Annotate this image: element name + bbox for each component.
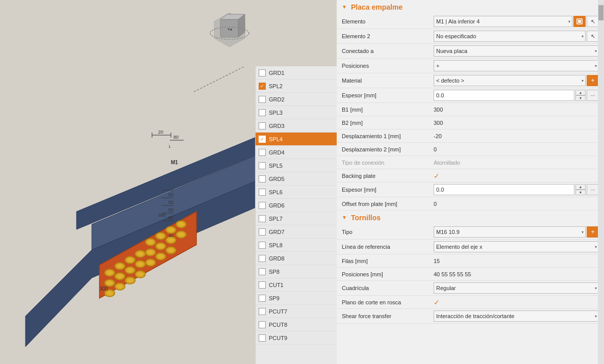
list-item-checkbox[interactable]: [259, 242, 266, 249]
3d-view-panel: 20 80 1 M1 55 55 55 55 300 40 300: [0, 0, 337, 364]
prop-label: Cuadrícula: [342, 285, 434, 291]
prop-label: Espesor [mm]: [342, 187, 434, 193]
prop-select[interactable]: Nueva placa: [434, 45, 599, 57]
select-cursor-button[interactable]: ↖: [587, 31, 599, 42]
add-button[interactable]: +: [587, 226, 599, 238]
more-options-button[interactable]: ···: [587, 90, 599, 101]
list-item-pcut7[interactable]: PCUT7: [256, 305, 337, 318]
prop-select[interactable]: M16 10.9: [434, 226, 586, 238]
section-title-tornillos: Tornillos: [351, 214, 381, 222]
list-item-grd7[interactable]: GRD7: [256, 225, 337, 239]
list-item-spl4[interactable]: SPL4: [256, 133, 337, 146]
prop-row-placa_empalme-10: Tipo de conexiónAtornillado: [337, 156, 604, 169]
prop-number-input[interactable]: [434, 184, 574, 195]
list-item-checkbox[interactable]: [259, 281, 266, 289]
list-item-checkbox[interactable]: [259, 149, 266, 156]
list-item-label: CUT1: [269, 282, 284, 288]
list-item-checkbox[interactable]: [259, 202, 266, 209]
list-item-checkbox[interactable]: [259, 162, 266, 169]
svg-point-31: [147, 240, 154, 244]
select-orange-button[interactable]: [573, 16, 586, 27]
list-item-checkbox[interactable]: [259, 83, 266, 90]
spin-up-button[interactable]: ▲: [575, 184, 586, 190]
spin-group: ▲▼: [575, 184, 586, 195]
prop-select[interactable]: Interacción de tracción/cortante: [434, 310, 599, 322]
more-options-button[interactable]: ···: [587, 184, 599, 195]
list-item-spl6[interactable]: SPL6: [256, 186, 337, 199]
svg-point-9: [117, 264, 123, 268]
svg-point-15: [107, 281, 113, 285]
svg-point-23: [107, 291, 113, 295]
list-item-checkbox[interactable]: [259, 109, 266, 116]
prop-value: Interacción de tracción/cortante▾: [434, 310, 599, 322]
navigation-cube[interactable]: +x: [209, 10, 250, 51]
prop-select[interactable]: < defecto >: [434, 75, 586, 86]
list-item-checkbox[interactable]: [259, 255, 266, 262]
prop-select[interactable]: +: [434, 60, 599, 71]
prop-number-input[interactable]: [434, 90, 574, 101]
list-item-label: GRD1: [269, 70, 285, 76]
list-item-pcut9[interactable]: PCUT9: [256, 331, 337, 345]
list-item-checkbox[interactable]: [259, 321, 266, 328]
list-item-grd2[interactable]: GRD2: [256, 93, 337, 106]
list-item-checkbox[interactable]: [259, 122, 266, 129]
prop-row-tornillos-3: Posiciones [mm]40 55 55 55 55: [337, 268, 604, 281]
list-item-checkbox[interactable]: [259, 334, 266, 342]
list-item-checkbox[interactable]: [259, 175, 266, 183]
select-cursor-button[interactable]: ↖: [587, 16, 599, 27]
list-item-cut1[interactable]: CUT1: [256, 278, 337, 292]
list-item-grd4[interactable]: GRD4: [256, 146, 337, 159]
select-wrapper: No especificado▾: [434, 31, 586, 42]
list-item-checkbox[interactable]: [259, 189, 266, 196]
list-item-spl5[interactable]: SPL5: [256, 159, 337, 172]
section-collapse-placa_empalme[interactable]: ▼: [342, 4, 348, 10]
prop-text-value: 0: [434, 201, 437, 207]
list-item-spl8[interactable]: SPL8: [256, 239, 337, 252]
prop-value: ✓: [434, 172, 599, 180]
prop-select[interactable]: M1 | Ala inferior 4: [434, 16, 572, 27]
list-item-checkbox[interactable]: [259, 228, 266, 236]
list-item-checkbox[interactable]: [259, 215, 266, 222]
scrollbar-thumb[interactable]: [598, 5, 603, 20]
list-item-checkbox[interactable]: [259, 96, 266, 103]
prop-select[interactable]: Regular: [434, 282, 599, 294]
section-title-placa_empalme: Placa empalme: [351, 3, 402, 11]
checkmark-icon[interactable]: ✓: [434, 298, 440, 306]
section-header-tornillos[interactable]: ▼Tornillos: [337, 211, 604, 225]
prop-label: B2 [mm]: [342, 120, 434, 126]
list-item-checkbox[interactable]: [259, 308, 266, 315]
list-item-label: SP9: [269, 295, 280, 301]
list-item-label: SPL5: [269, 163, 283, 169]
scrollbar-vertical[interactable]: [598, 0, 604, 364]
select-wrapper: Elemento del eje x▾: [434, 241, 599, 252]
prop-value: < defecto >▾+: [434, 75, 599, 86]
list-item-grd1[interactable]: GRD1: [256, 66, 337, 80]
svg-rect-80: [578, 20, 581, 23]
list-item-checkbox[interactable]: [259, 295, 266, 302]
checkmark-icon[interactable]: ✓: [434, 172, 440, 180]
list-item-grd5[interactable]: GRD5: [256, 172, 337, 186]
add-button[interactable]: +: [587, 75, 599, 86]
list-item-grd8[interactable]: GRD8: [256, 252, 337, 265]
list-item-checkbox[interactable]: [259, 136, 266, 143]
list-item-spl2[interactable]: SPL2: [256, 80, 337, 93]
list-item-spl7[interactable]: SPL7: [256, 212, 337, 225]
prop-value: 300: [434, 120, 599, 126]
list-item-grd3[interactable]: GRD3: [256, 119, 337, 133]
section-collapse-tornillos[interactable]: ▼: [342, 215, 348, 221]
list-item-grd6[interactable]: GRD6: [256, 199, 337, 212]
section-header-placa_empalme[interactable]: ▼Placa empalme: [337, 0, 604, 14]
list-item-sp9[interactable]: SP9: [256, 292, 337, 305]
spin-up-button[interactable]: ▲: [575, 90, 586, 95]
prop-select[interactable]: No especificado: [434, 31, 586, 42]
list-item-checkbox[interactable]: [259, 268, 266, 275]
spin-down-button[interactable]: ▼: [575, 190, 586, 195]
list-item-spl3[interactable]: SPL3: [256, 106, 337, 119]
props-scroll-area: ▼Placa empalmeElementoM1 | Ala inferior …: [337, 0, 604, 364]
list-item-sp8[interactable]: SP8: [256, 265, 337, 278]
spin-down-button[interactable]: ▼: [575, 95, 586, 101]
prop-select[interactable]: Elemento del eje x: [434, 241, 599, 252]
list-item-checkbox[interactable]: [259, 69, 266, 76]
list-item-pcut8[interactable]: PCUT8: [256, 318, 337, 331]
svg-text:20: 20: [158, 129, 163, 135]
